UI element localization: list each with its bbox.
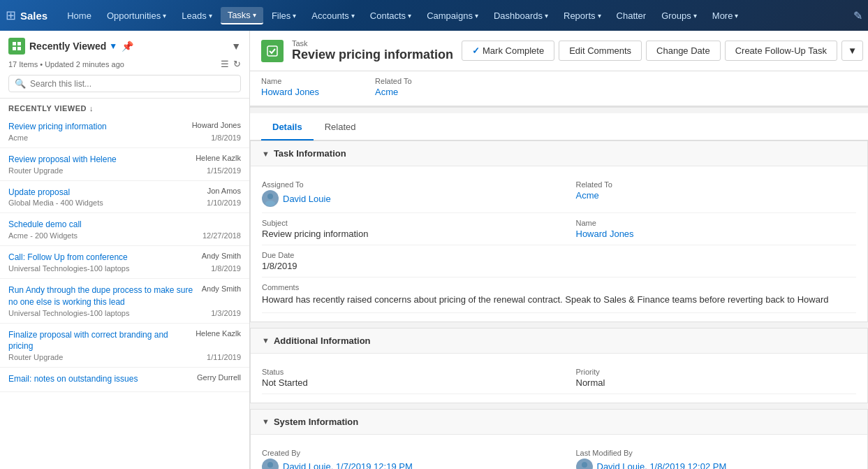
refresh-icon[interactable]: ↻ <box>233 59 241 69</box>
recently-viewed-title[interactable]: Recently Viewed ▼ <box>29 41 117 52</box>
assigned-to-link[interactable]: David Louie <box>283 194 331 204</box>
change-date-button[interactable]: Change Date <box>646 41 721 61</box>
additional-info-header[interactable]: ▼ Additional Information <box>251 329 867 354</box>
chevron-down-icon: ▾ <box>735 12 738 20</box>
tab-related[interactable]: Related <box>314 113 367 140</box>
name-detail-link[interactable]: Howard Jones <box>576 229 848 239</box>
rv-item-person: Howard Jones <box>192 121 241 129</box>
edit-comments-button[interactable]: Edit Comments <box>559 41 642 61</box>
last-modified-field: Last Modified By David Louie, 1/8/2019 1… <box>559 443 857 470</box>
rv-item-date: 1/8/2019 <box>211 264 241 273</box>
search-input[interactable] <box>30 79 235 89</box>
chevron-down-icon: ▾ <box>293 12 296 20</box>
nav-item-groups[interactable]: Groups ▾ <box>654 8 704 24</box>
nav-item-home[interactable]: Home <box>60 8 98 24</box>
name-detail-field: Name Howard Jones ✎ <box>559 213 857 245</box>
list-item[interactable]: Review proposal with HeleneHelene Kazlk … <box>0 148 249 181</box>
svg-rect-0 <box>13 42 16 45</box>
rv-item-name: Schedule demo call <box>8 219 241 231</box>
related-to-detail-link[interactable]: Acme <box>576 190 848 201</box>
nav-item-tasks[interactable]: Tasks ▾ <box>221 7 263 24</box>
avatar-modified <box>576 459 593 470</box>
chevron-down-icon: ▼ <box>109 41 117 51</box>
rv-item-name: Email: notes on outstanding issues <box>8 373 191 385</box>
pin-icon[interactable]: 📌 <box>122 41 133 52</box>
task-header: Task Review pricing information ✓ Mark C… <box>250 31 868 71</box>
svg-point-5 <box>267 194 273 199</box>
mark-complete-button[interactable]: ✓ Mark Complete <box>462 41 554 61</box>
nav-item-chatter[interactable]: Chatter <box>610 8 654 24</box>
list-item[interactable]: Finalize proposal with correct branding … <box>0 324 249 368</box>
check-icon: ✓ <box>472 45 480 56</box>
rv-item-org: Router Upgrade <box>8 353 63 361</box>
section-title: System Information <box>274 417 358 427</box>
nav-item-campaigns[interactable]: Campaigns ▾ <box>420 8 485 24</box>
grid-icon[interactable]: ⊞ <box>6 8 16 23</box>
list-item[interactable]: Update proposalJon Amos Global Media - 4… <box>0 181 249 214</box>
left-panel: Recently Viewed ▼ 📌 ▼ 17 Items • Updated… <box>0 31 250 469</box>
rv-item-org: Acme - 200 Widgets <box>8 231 78 240</box>
edit-nav-icon[interactable]: ✎ <box>853 9 862 22</box>
nav-item-contacts[interactable]: Contacts ▾ <box>363 8 418 24</box>
last-modified-link[interactable]: David Louie, 1/8/2019 12:02 PM <box>597 461 727 469</box>
rv-list: Review pricing informationHoward Jones A… <box>0 115 249 469</box>
chevron-down-icon: ▾ <box>163 12 166 20</box>
task-info-header[interactable]: ▼ Task Information <box>251 141 867 166</box>
nav-item-dashboards[interactable]: Dashboards ▾ <box>487 8 555 24</box>
svg-point-9 <box>582 462 587 468</box>
svg-point-6 <box>265 201 275 206</box>
rv-item-date: 1/10/2019 <box>207 199 241 207</box>
related-to-field: Related To Acme <box>375 77 411 97</box>
rv-item-name: Run Andy through the dupe process to mak… <box>8 284 196 308</box>
rv-item-person: Andy Smith <box>202 284 241 293</box>
rv-item-person: Jon Amos <box>207 187 241 195</box>
created-by-field: Created By David Louie, 1/7/2019 12:19 P… <box>262 443 559 470</box>
nav-item-more[interactable]: More ▾ <box>705 8 746 24</box>
system-info-header[interactable]: ▼ System Information <box>251 410 867 435</box>
nav-item-files[interactable]: Files ▾ <box>265 8 303 24</box>
rv-item-org: Global Media - 400 Widgets <box>8 199 103 207</box>
section-chevron-icon: ▼ <box>262 150 270 158</box>
assigned-to-field: Assigned To David Louie ✎ <box>262 175 559 213</box>
actions-dropdown-button[interactable]: ▼ <box>841 41 863 61</box>
section-chevron-icon: ▼ <box>262 417 270 426</box>
collapse-icon[interactable]: ▼ <box>231 41 241 52</box>
search-icon: 🔍 <box>15 78 26 89</box>
chevron-down-icon: ▾ <box>475 12 478 20</box>
empty-field <box>559 245 857 277</box>
rv-item-org: Universal Technologies-100 laptops <box>8 264 129 273</box>
list-item[interactable]: Call: Follow Up from conferenceAndy Smit… <box>0 246 249 279</box>
name-field: Name Howard Jones <box>261 77 319 97</box>
nav-item-leads[interactable]: Leads ▾ <box>175 8 219 24</box>
nav-item-accounts[interactable]: Accounts ▾ <box>304 8 361 24</box>
svg-rect-1 <box>17 42 21 45</box>
tab-details[interactable]: Details <box>261 113 314 140</box>
nav-item-reports[interactable]: Reports ▾ <box>557 8 608 24</box>
chevron-down-icon: ▾ <box>545 12 548 20</box>
create-followup-button[interactable]: Create Follow-Up Task <box>725 41 837 61</box>
rv-item-name: Call: Follow Up from conference <box>8 252 196 264</box>
status-field: Status Not Started ✎ <box>262 362 559 394</box>
detail-content: ▼ Task Information Assigned To <box>250 140 868 469</box>
subject-field: Subject Review pricing information ✎ <box>262 213 559 245</box>
search-box: 🔍 <box>8 75 241 92</box>
app-name: Sales <box>20 10 47 22</box>
section-title: Task Information <box>274 148 346 159</box>
chevron-down-icon: ▾ <box>408 12 411 20</box>
rv-item-name: Review pricing information <box>8 121 186 133</box>
rv-item-date: 12/27/2018 <box>203 231 241 240</box>
task-icon <box>261 40 284 62</box>
rv-item-org: Router Upgrade <box>8 166 63 175</box>
name-link[interactable]: Howard Jones <box>261 87 319 97</box>
list-item[interactable]: Review pricing informationHoward Jones A… <box>0 115 249 148</box>
list-view-icon[interactable]: ☰ <box>221 59 229 69</box>
list-item[interactable]: Email: notes on outstanding issuesGerry … <box>0 368 249 392</box>
rv-item-person: Helene Kazlk <box>196 329 241 338</box>
list-item[interactable]: Run Andy through the dupe process to mak… <box>0 279 249 324</box>
created-by-link[interactable]: David Louie, 1/7/2019 12:19 PM <box>283 461 413 469</box>
recently-viewed-icon <box>8 38 25 55</box>
rv-item-org: Universal Technologies-100 laptops <box>8 309 129 317</box>
nav-item-opportunities[interactable]: Opportunities ▾ <box>100 8 173 24</box>
list-item[interactable]: Schedule demo call Acme - 200 Widgets 12… <box>0 213 249 246</box>
related-to-link[interactable]: Acme <box>375 87 411 97</box>
